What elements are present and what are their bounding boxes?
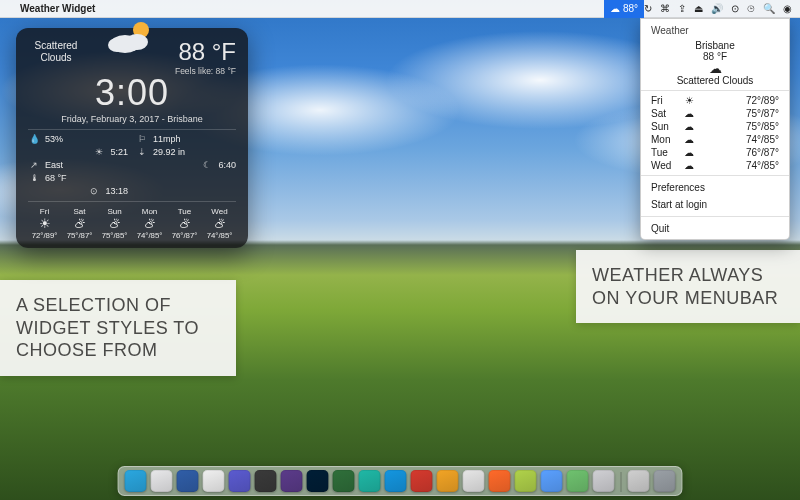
- status-icon[interactable]: ⇪: [678, 3, 686, 14]
- stat-daylength: ⊙13:18: [88, 186, 128, 196]
- hi-lo: 75°/85°: [98, 231, 131, 240]
- weather-icon: ☁︎: [679, 147, 699, 158]
- divider: [641, 175, 789, 176]
- dock-app[interactable]: [489, 470, 511, 492]
- widget-stats: 💧53% ⚐11mph ☀︎5:21 ⇣29.92 in ↗East ☾6:40…: [28, 134, 236, 202]
- hi-lo: 72°/89°: [699, 95, 779, 106]
- dropdown-forecast-row: Wed☁︎74°/85°: [641, 159, 789, 172]
- app-title[interactable]: Weather Widget: [20, 3, 95, 14]
- divider: [641, 90, 789, 91]
- dock-app[interactable]: [437, 470, 459, 492]
- dock-app[interactable]: [463, 470, 485, 492]
- dropdown-forecast-row: Mon☁︎74°/85°: [641, 133, 789, 146]
- dock-app[interactable]: [307, 470, 329, 492]
- svg-point-3: [108, 38, 126, 52]
- weather-dropdown: Weather Brisbane 88 °F ☁︎ Scattered Clou…: [640, 18, 790, 240]
- dock-app[interactable]: [654, 470, 676, 492]
- dock-app[interactable]: [333, 470, 355, 492]
- menu-preferences[interactable]: Preferences: [641, 179, 789, 196]
- dock-app[interactable]: [567, 470, 589, 492]
- widget-temp: 88 °F: [175, 40, 236, 64]
- dropdown-city: Brisbane: [641, 40, 789, 51]
- dock-app[interactable]: [177, 470, 199, 492]
- callout-right: WEATHER ALWAYS ON YOUR MENUBAR: [576, 250, 800, 323]
- status-icon[interactable]: 🔊: [711, 3, 723, 14]
- menu-start-at-login[interactable]: Start at login: [641, 196, 789, 213]
- forecast-day: Fri☀︎72°/89°: [28, 207, 61, 240]
- dock-app[interactable]: [593, 470, 615, 492]
- status-icon[interactable]: 🔍: [763, 3, 775, 14]
- hi-lo: 74°/85°: [699, 160, 779, 171]
- day-label: Fri: [28, 207, 61, 216]
- menubar: Weather Widget ☁︎ 88° ↻⌘⇪⏏🔊⊙⌚︎🔍◉: [0, 0, 800, 18]
- compass-icon: ↗: [28, 160, 40, 170]
- day-label: Wed: [203, 207, 236, 216]
- day-label: Sun: [98, 207, 131, 216]
- weather-widget[interactable]: Scattered Clouds 88 °F Feels like: 88 °F…: [16, 28, 248, 248]
- dock-app[interactable]: [125, 470, 147, 492]
- weather-icon: ☁︎: [679, 160, 699, 171]
- hi-lo: 75°/85°: [699, 121, 779, 132]
- sun-cloud-icon: [103, 18, 161, 58]
- dock-app[interactable]: [203, 470, 225, 492]
- menu-quit[interactable]: Quit: [641, 220, 789, 237]
- status-icon[interactable]: ⏏: [694, 3, 703, 14]
- weather-icon: ⛅︎: [63, 217, 96, 230]
- dock-app[interactable]: [255, 470, 277, 492]
- widget-clock: 3:00: [28, 72, 236, 114]
- dropdown-forecast-row: Sun☁︎75°/85°: [641, 120, 789, 133]
- stat-humidity: 💧53%: [28, 134, 128, 144]
- hi-lo: 76°/87°: [699, 147, 779, 158]
- callout-left: A SELECTION OF WIDGET STYLES TO CHOOSE F…: [0, 280, 236, 376]
- day-label: Tue: [168, 207, 201, 216]
- stat-dewpoint: 🌡68 °F: [28, 173, 128, 183]
- weather-icon: ⛅︎: [203, 217, 236, 230]
- stat-sunrise: ☀︎5:21: [93, 147, 128, 157]
- status-icon[interactable]: ⌘: [660, 3, 670, 14]
- status-icon[interactable]: ⌚︎: [747, 3, 755, 15]
- dock-app[interactable]: [541, 470, 563, 492]
- dock-app[interactable]: [628, 470, 650, 492]
- divider: [641, 216, 789, 217]
- dock-app[interactable]: [151, 470, 173, 492]
- dock-app[interactable]: [229, 470, 251, 492]
- forecast-day: Sat⛅︎75°/87°: [63, 207, 96, 240]
- sunset-icon: ☾: [201, 160, 213, 170]
- stat-wind: ⚐11mph: [136, 134, 236, 144]
- dock-separator: [621, 472, 622, 492]
- dock-app[interactable]: [411, 470, 433, 492]
- cloud-icon: ☁︎: [641, 62, 789, 75]
- weather-icon: ☁︎: [679, 108, 699, 119]
- hi-lo: 75°/87°: [63, 231, 96, 240]
- forecast-day: Mon⛅︎74°/85°: [133, 207, 166, 240]
- hi-lo: 76°/87°: [168, 231, 201, 240]
- day-label: Sun: [651, 121, 679, 132]
- weather-icon: ⛅︎: [98, 217, 131, 230]
- stat-winddir: ↗East: [28, 160, 128, 170]
- status-icon[interactable]: ◉: [783, 3, 792, 14]
- day-label: Mon: [651, 134, 679, 145]
- dropdown-forecast-row: Fri☀︎72°/89°: [641, 94, 789, 107]
- clock-icon: ⊙: [88, 186, 100, 196]
- forecast-day: Sun⛅︎75°/85°: [98, 207, 131, 240]
- hi-lo: 72°/89°: [28, 231, 61, 240]
- day-label: Mon: [133, 207, 166, 216]
- day-label: Fri: [651, 95, 679, 106]
- day-label: Sat: [651, 108, 679, 119]
- dock[interactable]: [118, 466, 683, 496]
- dropdown-forecast-row: Tue☁︎76°/87°: [641, 146, 789, 159]
- menubar-weather-item[interactable]: ☁︎ 88°: [604, 0, 644, 18]
- dropdown-forecast-row: Sat☁︎75°/87°: [641, 107, 789, 120]
- status-icon[interactable]: ↻: [644, 3, 652, 14]
- dock-app[interactable]: [515, 470, 537, 492]
- sunrise-icon: ☀︎: [93, 147, 105, 157]
- status-icon[interactable]: ⊙: [731, 3, 739, 14]
- wind-icon: ⚐: [136, 134, 148, 144]
- dock-app[interactable]: [359, 470, 381, 492]
- weather-icon: ☀︎: [679, 95, 699, 106]
- day-label: Tue: [651, 147, 679, 158]
- hi-lo: 74°/85°: [699, 134, 779, 145]
- dock-app[interactable]: [281, 470, 303, 492]
- day-label: Sat: [63, 207, 96, 216]
- dock-app[interactable]: [385, 470, 407, 492]
